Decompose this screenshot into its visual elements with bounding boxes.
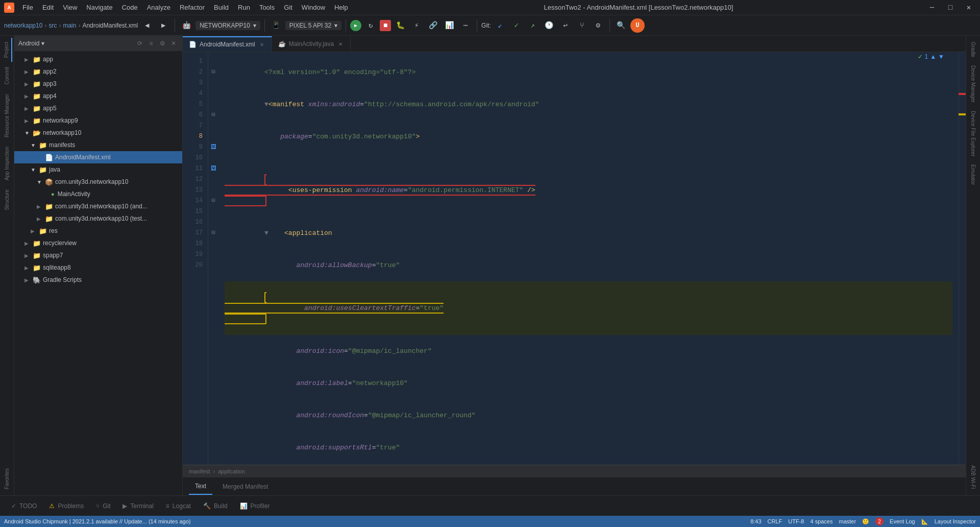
tab-close-button[interactable]: ✕: [337, 40, 344, 47]
menu-view[interactable]: View: [59, 3, 81, 12]
git-tab[interactable]: ⑂ Git: [91, 498, 115, 514]
tree-item-gradle-scripts[interactable]: ▶ 🐘 Gradle Scripts: [14, 274, 182, 286]
tree-item-app4[interactable]: ▶ 📁 app4: [14, 90, 182, 102]
search-button[interactable]: 🔍: [614, 18, 628, 33]
tab-merged-manifest[interactable]: Merged Manifest: [216, 478, 274, 495]
menu-tools[interactable]: Tools: [255, 3, 279, 12]
tree-item-networkapp9[interactable]: ▶ 📁 networkapp9: [14, 114, 182, 127]
todo-tab[interactable]: ✓ TODO: [6, 498, 42, 514]
profile-button[interactable]: ⚡: [409, 18, 424, 33]
tree-item-spapp7[interactable]: ▶ 📁 spapp7: [14, 249, 182, 261]
run-config-selector[interactable]: NETWORKAPP10 ▾: [195, 21, 260, 30]
menu-help[interactable]: Help: [330, 3, 352, 12]
breadcrumb-networkapp10[interactable]: networkapp10: [4, 22, 42, 29]
menu-run[interactable]: Run: [234, 3, 254, 12]
tree-item-app5[interactable]: ▶ 📁 app5: [14, 102, 182, 114]
structure-tab[interactable]: Structure: [2, 185, 12, 214]
layout-inspector-label[interactable]: Layout Inspector: [935, 518, 976, 524]
tree-item-app[interactable]: ▶ 📁 app: [14, 53, 182, 65]
tree-item-package-test[interactable]: ▶ 📁 com.unity3d.networkapp10 (test...: [14, 212, 182, 225]
tree-item-recyclerview[interactable]: ▶ 📁 recyclerview: [14, 237, 182, 249]
tab-close-button[interactable]: ✕: [258, 41, 265, 48]
tab-androidmanifest[interactable]: 📄 AndroidManifest.xml ✕: [183, 36, 272, 52]
git-branch-button[interactable]: ⑂: [575, 18, 589, 33]
app-inspection-tab[interactable]: App Inspection: [2, 142, 12, 184]
breadcrumb-file[interactable]: AndroidManifest.xml: [82, 22, 138, 29]
tree-item-package-main[interactable]: ▼ 📦 com.unity3d.networkapp10: [14, 176, 182, 188]
tree-item-sqliteapp8[interactable]: ▶ 📁 sqliteapp8: [14, 261, 182, 274]
project-tab[interactable]: Project: [2, 38, 12, 62]
maximize-button[interactable]: □: [943, 1, 958, 15]
menu-analyze[interactable]: Analyze: [143, 3, 175, 12]
tree-item-androidmanifest[interactable]: 📄 AndroidManifest.xml: [14, 151, 182, 163]
back-button[interactable]: ◀: [140, 18, 154, 33]
tree-item-manifests[interactable]: ▼ 📁 manifests: [14, 139, 182, 151]
git-revert-button[interactable]: ↩: [558, 18, 573, 33]
forward-button[interactable]: ▶: [156, 18, 170, 33]
gradle-tab[interactable]: Gradle: [968, 38, 978, 61]
tab-mainactivity[interactable]: ☕ MainActivity.java ✕: [272, 36, 351, 52]
tree-item-networkapp10[interactable]: ▼ 📂 networkapp10: [14, 127, 182, 139]
emulator-tab[interactable]: Emulator: [968, 160, 978, 189]
adb-wifi-tab[interactable]: ADB Wi-Fi: [968, 461, 978, 493]
breadcrumb-src[interactable]: src: [48, 22, 57, 29]
menu-navigate[interactable]: Navigate: [82, 3, 116, 12]
refresh-button[interactable]: ↻: [363, 18, 378, 33]
coverage-button[interactable]: 📊: [442, 18, 456, 33]
tree-item-mainactivity[interactable]: ● MainActivity: [14, 188, 182, 200]
breadcrumb-application[interactable]: application: [218, 468, 245, 474]
commit-tab[interactable]: Commit: [2, 63, 12, 88]
terminal-tab[interactable]: ▶ Terminal: [117, 498, 158, 514]
status-position[interactable]: 8:43: [750, 518, 761, 524]
breadcrumb-main[interactable]: main: [63, 22, 76, 29]
menu-edit[interactable]: Edit: [38, 3, 58, 12]
menu-refactor[interactable]: Refactor: [176, 3, 209, 12]
stop-button[interactable]: ■: [380, 20, 391, 31]
profiler-tab[interactable]: 📊 Profiler: [235, 498, 275, 514]
menu-code[interactable]: Code: [118, 3, 142, 12]
collapse-icon[interactable]: ≡: [146, 39, 156, 48]
attach-button[interactable]: 🔗: [426, 18, 440, 33]
tree-item-res[interactable]: ▶ 📁 res: [14, 225, 182, 237]
status-indent[interactable]: 4 spaces: [810, 518, 832, 524]
tab-text[interactable]: Text: [189, 478, 212, 495]
status-encoding[interactable]: UTF-8: [788, 518, 804, 524]
logcat-tab[interactable]: ≡ Logcat: [161, 498, 196, 514]
menu-build[interactable]: Build: [210, 3, 233, 12]
build-tab[interactable]: 🔨 Build: [198, 498, 233, 514]
event-log-label[interactable]: Event Log: [890, 518, 915, 524]
tree-item-app3[interactable]: ▶ 📁 app3: [14, 78, 182, 90]
breadcrumb-manifest[interactable]: manifest: [189, 468, 210, 474]
menu-git[interactable]: Git: [280, 3, 297, 12]
scroll-down-icon[interactable]: ▼: [938, 53, 944, 60]
scroll-up-icon[interactable]: ▲: [930, 53, 936, 60]
fold-arrow[interactable]: ▼: [264, 101, 268, 108]
git-checkmark-button[interactable]: ✓: [509, 18, 524, 33]
run-button[interactable]: ▶: [350, 20, 361, 31]
tree-item-java[interactable]: ▼ 📁 java: [14, 163, 182, 176]
git-update-button[interactable]: ↙: [493, 18, 507, 33]
panel-close-icon[interactable]: ✕: [169, 39, 178, 48]
tree-item-package-and[interactable]: ▶ 📁 com.unity3d.networkapp10 (and...: [14, 200, 182, 212]
close-button[interactable]: ✕: [962, 1, 976, 15]
device-manager-tab[interactable]: Device Manager: [968, 61, 978, 107]
debug-button[interactable]: 🐛: [393, 18, 407, 33]
fold-arrow[interactable]: ▼: [264, 229, 268, 237]
device-selector[interactable]: PIXEL 5 API 32 ▾: [285, 21, 341, 30]
minimize-button[interactable]: ─: [925, 1, 939, 15]
resource-manager-tab[interactable]: Resource Manager: [2, 90, 12, 141]
git-push-button[interactable]: ↗: [526, 18, 540, 33]
user-avatar[interactable]: U: [630, 18, 645, 33]
favorites-tab[interactable]: Favorites: [2, 464, 12, 493]
device-file-explorer-tab[interactable]: Device File Explorer: [968, 107, 978, 160]
status-branch[interactable]: master: [839, 518, 856, 524]
status-line-ending[interactable]: CRLF: [768, 518, 782, 524]
error-indicator[interactable]: ✓ 1 ▲ ▼: [918, 53, 944, 60]
more-button[interactable]: ⋯: [458, 18, 473, 33]
tree-item-app2[interactable]: ▶ 📁 app2: [14, 65, 182, 78]
gear-icon[interactable]: ⚙: [158, 39, 167, 48]
problems-tab[interactable]: ⚠ Problems: [44, 498, 89, 514]
menu-file[interactable]: File: [18, 3, 37, 12]
menu-window[interactable]: Window: [298, 3, 329, 12]
sync-icon[interactable]: ⟳: [135, 39, 144, 48]
